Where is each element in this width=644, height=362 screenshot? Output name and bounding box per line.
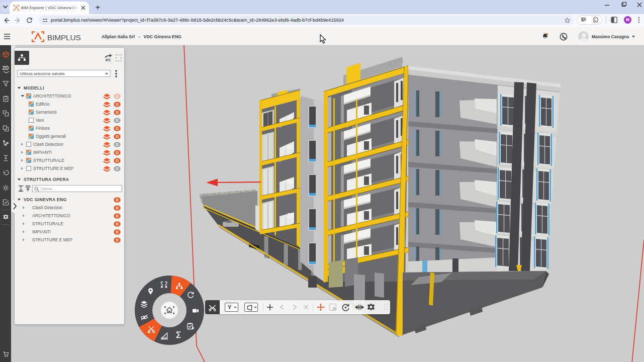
- svg-text:IFC: IFC: [106, 58, 111, 62]
